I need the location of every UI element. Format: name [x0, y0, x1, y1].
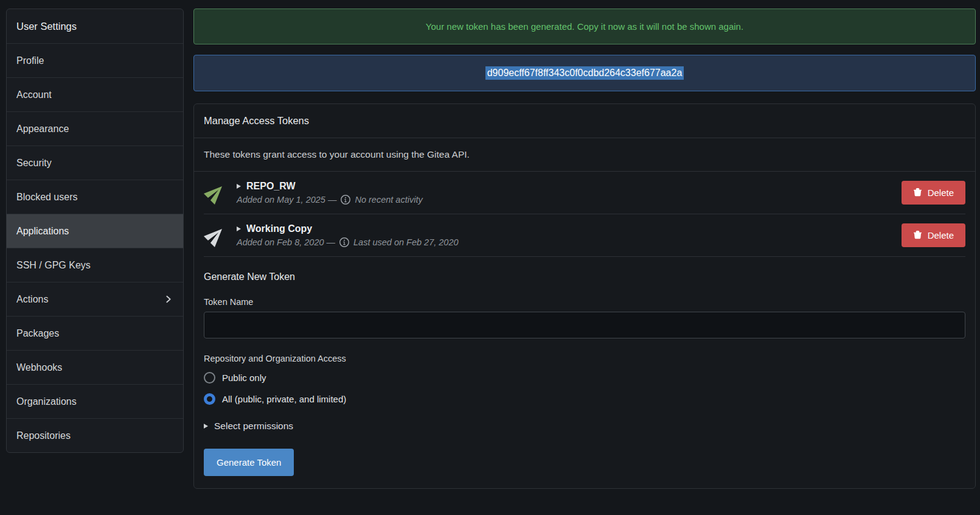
- sidebar-item-account[interactable]: Account: [7, 77, 183, 111]
- settings-sidebar: User Settings Profile Account Appearance…: [6, 9, 184, 453]
- trash-icon: [913, 231, 922, 240]
- token-list: REPO_RW Added on May 1, 2025 — No recent…: [194, 172, 975, 257]
- sidebar-item-applications[interactable]: Applications: [7, 214, 183, 248]
- delete-button-label: Delete: [928, 230, 954, 240]
- token-info: Working Copy Added on Feb 8, 2020 — Last…: [237, 223, 892, 247]
- new-token-value[interactable]: d909ecff67f8ff343c0f0cdbd264c33ef677aa2a: [485, 66, 684, 80]
- token-info: REPO_RW Added on May 1, 2025 — No recent…: [237, 181, 892, 205]
- token-status-text: No recent activity: [355, 195, 422, 205]
- token-name-label: Token Name: [204, 297, 965, 307]
- generate-token-button[interactable]: Generate Token: [204, 449, 294, 476]
- triangle-collapsed-icon: [237, 184, 241, 189]
- token-added-text: Added on May 1, 2025 —: [237, 195, 336, 205]
- radio-unchecked-icon[interactable]: [204, 372, 215, 384]
- token-name-input[interactable]: [204, 312, 965, 338]
- paper-plane-icon: [204, 181, 227, 205]
- sidebar-title: User Settings: [7, 9, 183, 43]
- success-alert-message: Your new token has been generated. Copy …: [426, 21, 743, 32]
- token-meta: Added on May 1, 2025 — No recent activit…: [237, 195, 892, 205]
- delete-token-button[interactable]: Delete: [902, 181, 965, 205]
- delete-token-button[interactable]: Delete: [902, 223, 965, 247]
- sidebar-item-ssh-gpg-keys[interactable]: SSH / GPG Keys: [7, 248, 183, 282]
- sidebar-item-actions[interactable]: Actions: [7, 282, 183, 316]
- radio-label: All (public, private, and limited): [222, 394, 346, 404]
- triangle-collapsed-icon: [237, 226, 241, 231]
- delete-button-label: Delete: [928, 187, 954, 198]
- info-icon: [339, 237, 349, 247]
- access-scope-label: Repository and Organization Access: [204, 354, 965, 363]
- sidebar-item-webhooks[interactable]: Webhooks: [7, 350, 183, 384]
- token-name-toggle[interactable]: REPO_RW: [237, 181, 892, 192]
- sidebar-item-security[interactable]: Security: [7, 145, 183, 180]
- token-name: REPO_RW: [246, 181, 296, 192]
- select-permissions-toggle[interactable]: Select permissions: [204, 421, 965, 432]
- generate-token-label: Generate Token: [217, 457, 281, 468]
- token-name: Working Copy: [246, 223, 312, 234]
- success-alert: Your new token has been generated. Copy …: [193, 9, 976, 44]
- sidebar-item-label: Actions: [16, 294, 48, 305]
- token-row: Working Copy Added on Feb 8, 2020 — Last…: [204, 214, 965, 257]
- token-row: REPO_RW Added on May 1, 2025 — No recent…: [204, 172, 965, 214]
- paper-plane-icon: [204, 224, 227, 247]
- triangle-collapsed-icon: [204, 424, 208, 429]
- sidebar-item-appearance[interactable]: Appearance: [7, 111, 183, 145]
- radio-label: Public only: [222, 373, 266, 383]
- form-section-title: Generate New Token: [204, 272, 965, 282]
- token-added-text: Added on Feb 8, 2020 —: [237, 237, 335, 247]
- select-permissions-label: Select permissions: [214, 421, 293, 432]
- sidebar-item-organizations[interactable]: Organizations: [7, 384, 183, 418]
- generate-token-form: Generate New Token Token Name Repository…: [194, 257, 975, 488]
- radio-public-only[interactable]: Public only: [204, 367, 965, 388]
- trash-icon: [913, 188, 922, 197]
- sidebar-item-repositories[interactable]: Repositories: [7, 418, 183, 452]
- sidebar-item-blocked-users[interactable]: Blocked users: [7, 180, 183, 214]
- info-icon: [341, 195, 350, 205]
- new-token-box[interactable]: d909ecff67f8ff343c0f0cdbd264c33ef677aa2a: [193, 55, 976, 91]
- radio-checked-icon[interactable]: [204, 393, 215, 405]
- token-meta: Added on Feb 8, 2020 — Last used on Feb …: [237, 237, 892, 247]
- chevron-right-icon: [163, 294, 173, 304]
- token-name-toggle[interactable]: Working Copy: [237, 223, 892, 234]
- access-tokens-panel: Manage Access Tokens These tokens grant …: [193, 103, 976, 489]
- sidebar-item-profile[interactable]: Profile: [7, 43, 183, 77]
- token-status-text: Last used on Feb 27, 2020: [353, 237, 459, 247]
- radio-all-access[interactable]: All (public, private, and limited): [204, 388, 965, 410]
- sidebar-item-packages[interactable]: Packages: [7, 316, 183, 350]
- panel-description: These tokens grant access to your accoun…: [194, 138, 975, 172]
- panel-title: Manage Access Tokens: [194, 104, 975, 138]
- main-content: Your new token has been generated. Copy …: [193, 9, 976, 489]
